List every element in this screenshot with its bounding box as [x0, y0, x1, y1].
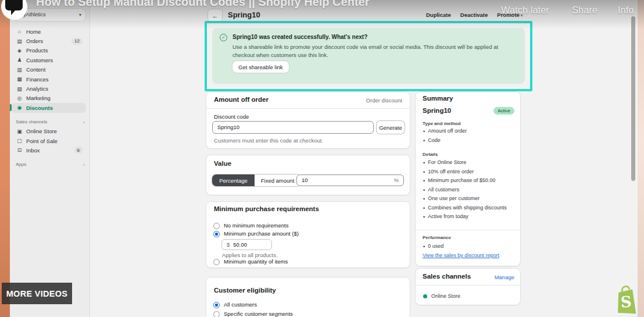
orders-count-badge: 12 — [71, 38, 83, 45]
radio-all-customers[interactable]: All customers — [213, 301, 257, 308]
analytics-icon: ▨ — [16, 86, 23, 92]
inbox-count-badge: 6 — [74, 147, 83, 154]
radio-selected-icon — [213, 231, 220, 237]
online-store-icon: ▣ — [16, 129, 23, 134]
radio-minimum-quantity[interactable]: Minimum quantity of items — [213, 258, 288, 265]
radio-specific-segments[interactable]: Specific customer segments — [213, 311, 293, 317]
sidebar-item-label: Orders — [26, 38, 43, 44]
sidebar-item-products[interactable]: ◈ Products — [11, 46, 86, 55]
point-of-sale-icon: ▢ — [16, 138, 23, 144]
home-icon: ⌂ — [16, 29, 23, 34]
left-edge-strip — [0, 0, 10, 317]
summary-item: •For Online Store — [423, 160, 466, 166]
card-title: Value — [214, 161, 231, 168]
minimum-purchase-card: Minimum purchase requirements No minimum… — [206, 202, 410, 268]
info-button[interactable]: Info — [618, 5, 634, 15]
sidebar-item-label: Inbox — [26, 147, 40, 154]
customers-icon: ♟ — [16, 57, 23, 63]
sidebar-item-customers[interactable]: ♟ Customers — [11, 55, 86, 65]
sales-channels-title: Sales channels — [423, 273, 471, 280]
admin-sidebar: AlyAthletics ▾ ⌂ Home ▤ Orders 12 ◈ Prod… — [10, 0, 90, 317]
sales-report-link[interactable]: View the sales by discount report — [423, 253, 499, 258]
summary-item: •Minimum purchase of $50.00 — [423, 178, 495, 184]
bullet-icon: • — [423, 169, 425, 175]
status-badge: Active — [493, 107, 514, 115]
duplicate-button[interactable]: Duplicate — [426, 12, 451, 18]
summary-title: Summary — [423, 95, 453, 102]
video-title[interactable]: How to Setup Manual Discount Codes || Sh… — [36, 0, 369, 8]
value-card: Value Percentage Fixed amount 10 % — [206, 155, 410, 195]
card-title: Customer eligibility — [214, 287, 276, 294]
radio-selected-icon — [213, 302, 220, 308]
sidebar-item-label: Analytics — [26, 86, 48, 92]
products-icon: ◈ — [16, 48, 23, 54]
share-button[interactable]: Share — [572, 5, 598, 15]
success-banner: ✓ Spring10 was created successfully. Wha… — [212, 28, 525, 84]
method-label: Order discount — [366, 98, 402, 104]
chevron-down-icon: ▾ — [79, 12, 81, 17]
discount-code-helper: Customers must enter this code at checko… — [214, 138, 323, 144]
shopify-bag-icon: S — [614, 283, 639, 316]
manage-link[interactable]: Manage — [495, 275, 514, 280]
orders-icon: ▤ — [16, 38, 23, 44]
channel-label: Online Store — [431, 294, 460, 299]
chevron-right-icon: › — [83, 162, 85, 168]
bullet-icon: • — [423, 244, 425, 250]
get-shareable-link-button[interactable]: Get shareable link — [232, 61, 289, 73]
sidebar-item-home[interactable]: ⌂ Home — [11, 27, 86, 36]
summary-item: •0 used — [423, 244, 443, 250]
active-indicator-bar — [10, 104, 12, 111]
sidebar-item-point-of-sale[interactable]: ▢ Point of Sale — [11, 136, 86, 145]
sidebar-item-discounts[interactable]: ◉ Discounts — [11, 103, 86, 112]
bullet-icon: • — [423, 187, 425, 193]
video-frame: AlyAthletics ▾ ⌂ Home ▤ Orders 12 ◈ Prod… — [0, 0, 644, 317]
sidebar-item-label: Customers — [26, 57, 53, 63]
card-title: Minimum purchase requirements — [214, 206, 319, 213]
banner-body: Use a shareable link to promote your dis… — [232, 43, 508, 60]
sidebar-item-marketing[interactable]: ◎ Marketing — [11, 94, 86, 103]
sidebar-item-finances[interactable]: ▦ Finances — [11, 74, 86, 84]
watch-later-button[interactable]: Watch later — [501, 5, 549, 15]
sales-channels-section-header[interactable]: Sales channels › — [16, 118, 85, 127]
radio-no-minimum[interactable]: No minimum requirements — [213, 222, 288, 229]
details-header: Details — [423, 152, 438, 157]
summary-item: •Combines with shipping discounts — [423, 205, 507, 211]
sidebar-item-label: Content — [26, 66, 45, 73]
sidebar-item-analytics[interactable]: ▨ Analytics — [11, 84, 86, 93]
generate-button[interactable]: Generate — [377, 121, 405, 134]
discount-code-label: Discount code — [214, 114, 249, 120]
deactivate-button[interactable]: Deactivate — [460, 12, 488, 18]
bullet-icon: • — [423, 178, 425, 184]
back-arrow-icon: ← — [212, 12, 219, 19]
amount-off-order-card: Amount off order Order discount Discount… — [206, 92, 410, 148]
sidebar-item-label: Home — [26, 29, 41, 35]
banner-title: Spring10 was created successfully. What'… — [232, 34, 367, 40]
currency-prefix: $ — [227, 242, 230, 248]
back-button[interactable]: ← — [208, 9, 222, 22]
sidebar-item-orders[interactable]: ▤ Orders 12 — [11, 36, 86, 45]
more-videos-button[interactable]: MORE VIDEOS — [2, 283, 72, 304]
discount-code-input[interactable]: Spring10 — [212, 121, 374, 134]
radio-minimum-amount[interactable]: Minimum purchase amount ($) — [213, 230, 299, 237]
min-amount-input[interactable]: $ 50.00 — [221, 239, 272, 250]
right-edge-strip — [638, 0, 644, 317]
sidebar-item-content[interactable]: ▥ Content — [11, 65, 86, 74]
fixed-amount-button[interactable]: Fixed amount — [255, 174, 300, 186]
sidebar-item-inbox[interactable]: ⊡ Inbox 6 — [11, 145, 86, 155]
bullet-icon: • — [423, 160, 425, 166]
bullet-icon: • — [423, 138, 425, 144]
summary-item: •Code — [423, 138, 441, 144]
apps-section-header[interactable]: Apps › — [16, 161, 85, 169]
chevron-right-icon: › — [83, 119, 85, 125]
type-method-header: Type and method — [423, 122, 461, 126]
summary-item: •Amount off order — [423, 129, 467, 134]
value-input[interactable]: 10 % — [296, 174, 404, 186]
sidebar-item-online-store[interactable]: ▣ Online Store — [11, 127, 86, 136]
divider — [206, 108, 410, 109]
inbox-icon: ⊡ — [16, 147, 23, 153]
divider — [416, 230, 520, 230]
summary-panel: Summary Spring10 Active Type and method … — [416, 92, 520, 266]
percentage-button[interactable]: Percentage — [212, 174, 255, 186]
card-title: Amount off order — [214, 97, 269, 104]
scrollbar[interactable] — [631, 16, 635, 181]
